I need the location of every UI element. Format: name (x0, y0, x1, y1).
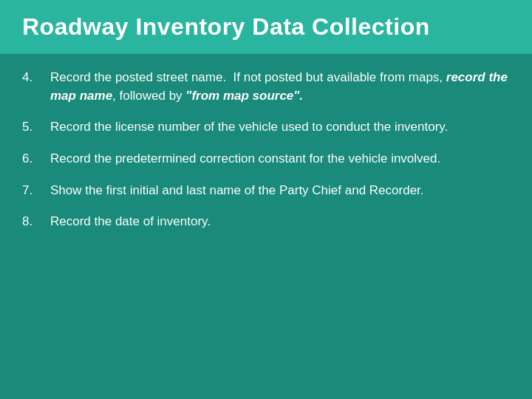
list-item: 7. Show the first initial and last name … (22, 182, 510, 200)
item-text-4: Record the posted street name. If not po… (50, 69, 510, 105)
emphasis-from-map-source: "from map source". (185, 89, 303, 103)
list-item: 4. Record the posted street name. If not… (22, 69, 510, 105)
item-number-5: 5. (22, 118, 50, 137)
item-text-5: Record the license number of the vehicle… (50, 118, 510, 137)
item-text-8: Record the date of inventory. (50, 213, 510, 231)
slide-title: Roadway Inventory Data Collection (22, 13, 430, 40)
item-number-6: 6. (22, 150, 50, 168)
item-text-6: Record the predetermined correction cons… (50, 150, 510, 168)
item-number-4: 4. (22, 69, 50, 87)
item-number-7: 7. (22, 182, 50, 200)
item-text-7: Show the first initial and last name of … (50, 182, 510, 200)
list-item: 6. Record the predetermined correction c… (22, 150, 510, 168)
content-area: 4. Record the posted street name. If not… (0, 54, 532, 399)
slide-container: Roadway Inventory Data Collection 4. Rec… (0, 0, 532, 399)
title-bar: Roadway Inventory Data Collection (0, 0, 532, 54)
list-item: 5. Record the license number of the vehi… (22, 118, 510, 137)
list-item: 8. Record the date of inventory. (22, 213, 510, 231)
item-number-8: 8. (22, 213, 50, 231)
